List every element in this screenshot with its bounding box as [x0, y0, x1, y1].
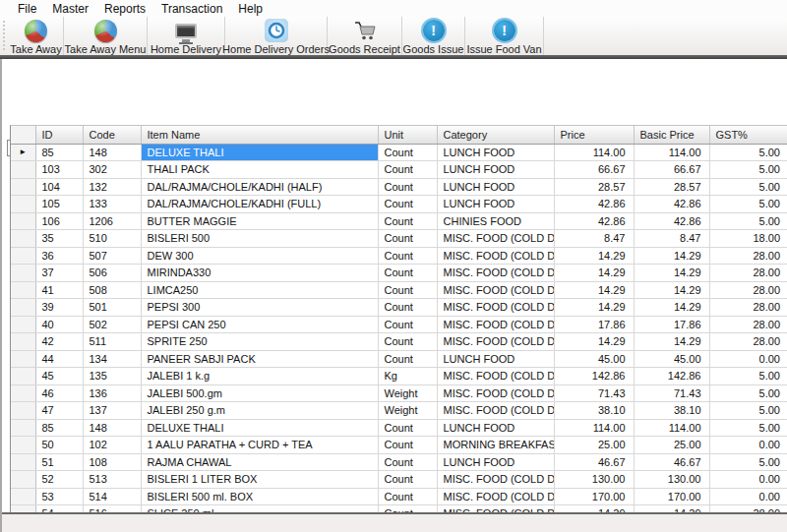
- table-cell[interactable]: 135: [83, 368, 141, 385]
- table-cell[interactable]: 5.00: [709, 368, 787, 385]
- issue-food-van-button[interactable]: ! Issue Food Van: [465, 17, 544, 55]
- table-cell[interactable]: 28.00: [709, 247, 787, 265]
- table-cell[interactable]: 17.86: [634, 316, 709, 333]
- table-cell[interactable]: MORNING BREAKFAST: [437, 437, 554, 454]
- table-cell[interactable]: LUNCH FOOD: [437, 419, 554, 437]
- table-row[interactable]: 39501PEPSI 300CountMISC. FOOD (COLD DR..…: [11, 299, 787, 317]
- table-cell[interactable]: LUNCH FOOD: [437, 350, 554, 368]
- table-cell[interactable]: 45.00: [634, 350, 709, 368]
- table-cell[interactable]: 5.00: [709, 384, 787, 402]
- table-cell[interactable]: 8.47: [634, 230, 709, 248]
- row-selector-cell[interactable]: [11, 437, 35, 454]
- table-cell[interactable]: 170.00: [554, 488, 634, 505]
- table-cell[interactable]: 14.29: [634, 333, 709, 351]
- table-cell[interactable]: 50: [35, 437, 83, 454]
- table-cell[interactable]: 170.00: [634, 488, 709, 505]
- table-cell[interactable]: 28.00: [709, 316, 787, 333]
- table-cell[interactable]: Count: [378, 265, 437, 282]
- table-cell[interactable]: 28.00: [709, 265, 787, 282]
- column-header-code[interactable]: Code: [83, 126, 141, 144]
- table-cell[interactable]: 513: [83, 471, 141, 489]
- table-cell[interactable]: 14.29: [554, 265, 634, 282]
- table-cell[interactable]: 501: [83, 299, 141, 317]
- table-cell[interactable]: JALEBI 500.gm: [141, 384, 378, 402]
- column-header-id[interactable]: ID: [35, 126, 83, 144]
- home-delivery-orders-button[interactable]: Home Delivery Orders: [225, 17, 328, 55]
- goods-receipt-button[interactable]: Goods Receipt: [328, 17, 402, 55]
- table-cell[interactable]: 51: [35, 453, 83, 471]
- table-cell[interactable]: 114.00: [634, 419, 709, 437]
- row-selector-cell[interactable]: [11, 212, 35, 230]
- table-cell[interactable]: THALI PACK: [141, 161, 378, 179]
- current-row-arrow-icon[interactable]: ►: [11, 144, 35, 161]
- table-cell[interactable]: 45.00: [554, 350, 634, 368]
- table-cell[interactable]: 28.00: [709, 505, 787, 513]
- table-cell[interactable]: 1206: [83, 212, 141, 230]
- table-cell[interactable]: LUNCH FOOD: [437, 196, 554, 213]
- menu-transaction[interactable]: Transaction: [153, 1, 230, 17]
- table-cell[interactable]: 14.29: [554, 247, 634, 265]
- table-cell[interactable]: 5.00: [709, 453, 787, 471]
- table-cell[interactable]: PANEER SABJI PACK: [141, 350, 378, 368]
- table-cell[interactable]: 516: [83, 505, 141, 513]
- column-header-unit[interactable]: Unit: [378, 126, 437, 144]
- table-cell[interactable]: Count: [378, 437, 437, 454]
- table-cell[interactable]: 28.00: [709, 333, 787, 351]
- table-cell[interactable]: 25.00: [634, 437, 709, 454]
- menu-reports[interactable]: Reports: [96, 1, 153, 17]
- table-cell[interactable]: Count: [378, 247, 437, 265]
- table-row[interactable]: 46136JALEBI 500.gmWeightMISC. FOOD (COLD…: [11, 384, 787, 402]
- row-selector-cell[interactable]: [11, 230, 35, 248]
- table-cell[interactable]: 8.47: [554, 230, 634, 248]
- table-cell[interactable]: 66.67: [554, 161, 634, 179]
- table-cell[interactable]: JALEBI 250 g.m: [141, 402, 378, 420]
- table-cell[interactable]: 28.57: [634, 178, 709, 196]
- table-cell[interactable]: 14.29: [634, 265, 709, 282]
- menu-master[interactable]: Master: [44, 1, 96, 17]
- table-row[interactable]: 51108RAJMA CHAWALCountLUNCH FOOD46.6746.…: [11, 453, 787, 471]
- table-cell[interactable]: DEW 300: [141, 247, 378, 265]
- table-cell[interactable]: 148: [83, 419, 141, 437]
- table-cell[interactable]: 71.43: [554, 384, 634, 402]
- table-cell[interactable]: 42.86: [554, 212, 634, 230]
- table-cell[interactable]: 14.29: [554, 333, 634, 351]
- table-cell[interactable]: 38.10: [554, 402, 634, 420]
- table-cell[interactable]: 130.00: [634, 471, 709, 489]
- table-row[interactable]: 44134PANEER SABJI PACKCountLUNCH FOOD45.…: [11, 350, 787, 368]
- table-cell[interactable]: MISC. FOOD (COLD DR...: [437, 247, 554, 265]
- table-cell[interactable]: 42.86: [634, 212, 709, 230]
- table-cell[interactable]: MISC. FOOD (COLD DR...: [437, 402, 554, 420]
- table-cell[interactable]: LUNCH FOOD: [437, 453, 554, 471]
- table-row[interactable]: 104132DAL/RAJMA/CHOLE/KADHI (HALF)CountL…: [11, 178, 787, 196]
- column-header-category[interactable]: Category: [437, 126, 554, 144]
- table-cell[interactable]: 37: [35, 265, 83, 282]
- table-cell[interactable]: MISC. FOOD (COLD DR...: [437, 230, 554, 248]
- table-row[interactable]: 45135JALEBI 1 k.gKgMISC. FOOD (COLD DR..…: [11, 368, 787, 385]
- table-cell[interactable]: 5.00: [709, 178, 787, 196]
- row-selector-cell[interactable]: [11, 281, 35, 299]
- take-away-menu-button[interactable]: Take Away Menu: [64, 17, 148, 55]
- row-selector-cell[interactable]: [11, 505, 35, 513]
- table-cell[interactable]: 0.00: [709, 350, 787, 368]
- table-cell[interactable]: MISC. FOOD (COLD DR...: [437, 333, 554, 351]
- table-cell[interactable]: 14.29: [554, 299, 634, 317]
- table-cell[interactable]: PEPSI 300: [141, 299, 378, 317]
- row-selector-cell[interactable]: [11, 402, 35, 420]
- table-row[interactable]: 1061206BUTTER MAGGIECountCHINIES FOOD42.…: [11, 212, 787, 230]
- table-row[interactable]: 36507DEW 300CountMISC. FOOD (COLD DR...1…: [11, 247, 787, 265]
- table-cell[interactable]: 103: [35, 161, 83, 179]
- table-row[interactable]: 103302THALI PACKCountLUNCH FOOD66.6766.6…: [11, 161, 787, 179]
- table-cell[interactable]: 511: [83, 333, 141, 351]
- table-cell[interactable]: DELUXE THALI: [141, 419, 378, 437]
- table-cell[interactable]: 42: [35, 333, 83, 351]
- column-header-gst-[interactable]: GST%: [709, 126, 787, 144]
- table-cell[interactable]: 148: [83, 144, 141, 161]
- table-cell[interactable]: 14.29: [554, 505, 634, 513]
- table-cell[interactable]: 108: [83, 453, 141, 471]
- table-row[interactable]: 37506MIRINDA330CountMISC. FOOD (COLD DR.…: [11, 265, 787, 282]
- table-cell[interactable]: 1 AALU PARATHA + CURD + TEA: [141, 437, 378, 454]
- table-cell[interactable]: RAJMA CHAWAL: [141, 453, 378, 471]
- row-selector-header[interactable]: [11, 126, 35, 144]
- table-cell[interactable]: 114.00: [634, 144, 709, 161]
- table-cell[interactable]: Count: [378, 161, 437, 179]
